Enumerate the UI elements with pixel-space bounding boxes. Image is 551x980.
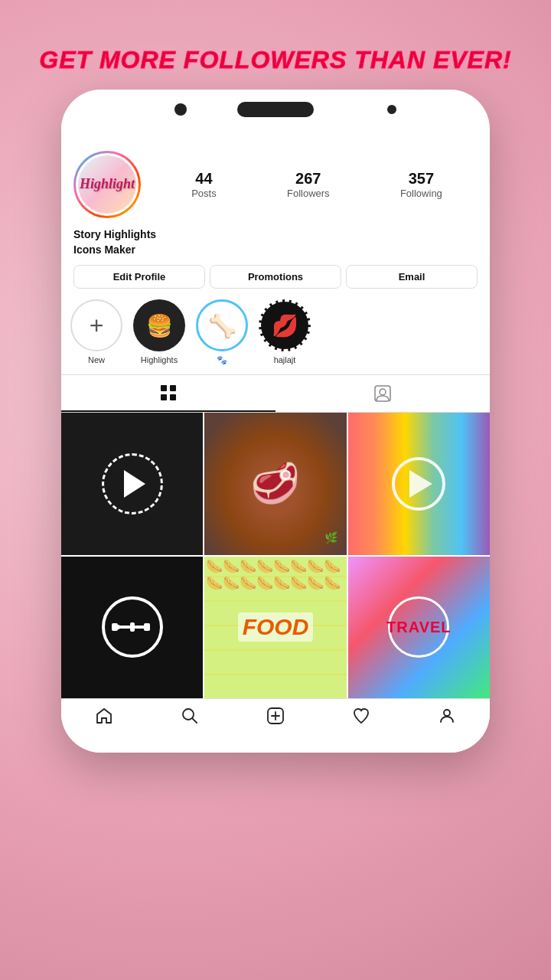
stats-row: 44 Posts 267 Followers 357 Following bbox=[156, 170, 478, 199]
person-icon bbox=[374, 385, 391, 402]
phone-bottom bbox=[61, 730, 490, 753]
avatar-text: Highlight bbox=[80, 177, 135, 192]
grid-cell-content bbox=[61, 413, 203, 554]
promotions-button[interactable]: Promotions bbox=[210, 265, 341, 289]
food-label-wrap: FOOD bbox=[204, 557, 346, 698]
grid-cell-steak[interactable]: 🥩 🌿 bbox=[204, 413, 346, 554]
svg-rect-9 bbox=[130, 622, 135, 632]
svg-rect-8 bbox=[118, 626, 130, 629]
nav-heart[interactable] bbox=[318, 707, 404, 725]
gym-content bbox=[61, 557, 203, 698]
camera-dot-left bbox=[174, 103, 187, 116]
highlight-circle-emoji: 🦴 bbox=[196, 299, 248, 351]
highlight-item-hajlajt[interactable]: 💋 hajlajt bbox=[259, 299, 311, 365]
avatar: Highlight bbox=[73, 151, 141, 218]
dumbbell-icon bbox=[112, 616, 153, 638]
nav-profile[interactable] bbox=[404, 707, 490, 725]
phone-notch bbox=[61, 90, 490, 136]
grid-cell-play-striped[interactable] bbox=[348, 413, 490, 554]
followers-label: Followers bbox=[287, 188, 330, 199]
home-icon bbox=[95, 707, 113, 725]
posts-label: Posts bbox=[191, 188, 217, 199]
following-stat: 357 Following bbox=[400, 170, 442, 199]
heart-icon bbox=[352, 707, 370, 725]
search-icon bbox=[181, 707, 199, 725]
svg-rect-0 bbox=[161, 385, 167, 391]
ig-header: Highlight 44 Posts 267 Followers 357 Fol… bbox=[61, 136, 490, 299]
play-dotted-circle bbox=[102, 453, 163, 514]
play-outline-wrap bbox=[392, 457, 445, 511]
photo-grid: 🥩 🌿 bbox=[61, 413, 490, 698]
camera-dot-right bbox=[387, 105, 396, 114]
svg-line-14 bbox=[193, 718, 197, 723]
food-text: FOOD bbox=[238, 612, 314, 642]
email-button[interactable]: Email bbox=[346, 265, 478, 289]
travel-text: TRAVEL bbox=[386, 619, 452, 636]
action-buttons: Edit Profile Promotions Email bbox=[73, 265, 478, 299]
tab-bar bbox=[61, 374, 490, 413]
tab-grid[interactable] bbox=[61, 375, 276, 412]
svg-point-5 bbox=[380, 389, 386, 395]
highlight-circle-highlights: 🍔 bbox=[133, 299, 185, 351]
svg-rect-2 bbox=[161, 394, 167, 400]
grid-cell-food[interactable]: 🌭🌭🌭🌭🌭🌭🌭🌭🌭🌭🌭🌭🌭🌭🌭🌭 FOOD bbox=[204, 557, 346, 698]
gym-circle bbox=[102, 596, 163, 658]
grid-cell-gym[interactable] bbox=[61, 557, 203, 698]
profile-row: Highlight 44 Posts 267 Followers 357 Fol… bbox=[73, 143, 478, 227]
nav-add[interactable] bbox=[233, 707, 318, 725]
play-triangle-dark bbox=[124, 470, 145, 498]
grid-cell-travel[interactable]: TRAVEL bbox=[348, 557, 490, 698]
followers-count: 267 bbox=[287, 170, 330, 188]
following-label: Following bbox=[400, 188, 442, 199]
nav-home[interactable] bbox=[61, 707, 147, 725]
highlight-label-highlights: Highlights bbox=[141, 355, 178, 364]
bottom-nav bbox=[61, 698, 490, 730]
grid-icon bbox=[160, 384, 177, 401]
highlight-label-hajlajt: hajlajt bbox=[274, 355, 296, 364]
phone-frame: Highlight 44 Posts 267 Followers 357 Fol… bbox=[61, 90, 490, 753]
garnish-icon: 🌿 bbox=[324, 531, 337, 544]
profile-icon bbox=[438, 707, 456, 725]
highlight-label-new: New bbox=[88, 355, 105, 364]
nav-search[interactable] bbox=[147, 707, 233, 725]
highlight-item-new[interactable]: + New bbox=[70, 299, 122, 365]
highlight-item-highlights[interactable]: 🍔 Highlights bbox=[133, 299, 185, 365]
travel-circle: TRAVEL bbox=[388, 596, 449, 658]
travel-content: TRAVEL bbox=[348, 557, 490, 698]
svg-rect-12 bbox=[145, 625, 150, 629]
posts-count: 44 bbox=[191, 170, 217, 188]
edit-profile-button[interactable]: Edit Profile bbox=[73, 265, 205, 289]
followers-stat: 267 Followers bbox=[287, 170, 330, 199]
avatar-inner: Highlight bbox=[76, 153, 139, 216]
add-icon bbox=[266, 707, 285, 725]
play-triangle-striped bbox=[409, 470, 432, 498]
highlight-item-emoji[interactable]: 🦴 🐾 bbox=[196, 299, 248, 365]
svg-point-18 bbox=[444, 710, 450, 716]
highlights-row: + New 🍔 Highlights 🦴 🐾 💋 hajlajt bbox=[61, 299, 490, 374]
highlight-circle-hajlajt: 💋 bbox=[259, 299, 311, 351]
tab-profile[interactable] bbox=[276, 375, 490, 412]
phone-screen: Highlight 44 Posts 267 Followers 357 Fol… bbox=[61, 136, 490, 730]
headline: GET MORE FOLLOWERS THAN EVER! bbox=[0, 0, 551, 90]
posts-stat: 44 Posts bbox=[191, 170, 217, 199]
highlight-label-emoji: 🐾 bbox=[217, 355, 227, 365]
svg-rect-1 bbox=[170, 385, 176, 391]
svg-rect-3 bbox=[170, 394, 176, 400]
following-count: 357 bbox=[400, 170, 442, 188]
grid-cell-content-striped bbox=[348, 413, 490, 554]
highlight-circle-new: + bbox=[70, 299, 122, 351]
grid-cell-play-dark[interactable] bbox=[61, 413, 203, 554]
profile-name: Story HighlightsIcons Maker bbox=[73, 227, 478, 265]
